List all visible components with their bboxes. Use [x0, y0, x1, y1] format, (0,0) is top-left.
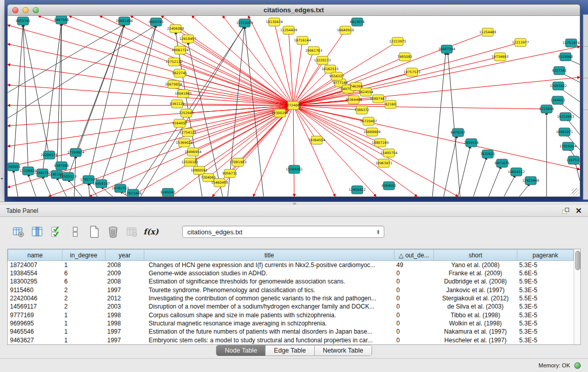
- table-row[interactable]: 1456911722003Disruption of a novel membe…: [8, 302, 574, 311]
- graph-edge[interactable]: [8, 44, 293, 105]
- graph-edge[interactable]: [57, 23, 61, 174]
- new-table-button[interactable]: [86, 223, 102, 240]
- tab-edge-table[interactable]: Edge Table: [266, 345, 314, 356]
- graph-edge[interactable]: [42, 23, 61, 173]
- cell-in_degree[interactable]: 2: [62, 302, 105, 311]
- graph-edge[interactable]: [8, 105, 293, 146]
- column-header-pagerank[interactable]: pagerank: [517, 250, 574, 261]
- graph-edge[interactable]: [473, 157, 487, 196]
- cell-out_degree[interactable]: 0: [395, 269, 434, 277]
- cell-pagerank[interactable]: 5.5E-5: [517, 294, 574, 302]
- cell-year[interactable]: 2012: [105, 294, 144, 302]
- column-header-short[interactable]: short: [434, 250, 517, 261]
- cell-pagerank[interactable]: 5.9E-5: [517, 277, 574, 286]
- cell-in_degree[interactable]: 1: [62, 327, 105, 336]
- cell-in_degree[interactable]: 1: [62, 311, 105, 319]
- cell-short[interactable]: Franke et al. (2009): [434, 269, 517, 277]
- graph-edge[interactable]: [101, 187, 113, 196]
- graph-edge[interactable]: [42, 176, 51, 196]
- window-titlebar[interactable]: citations_edges.txt: [8, 5, 580, 16]
- cell-title[interactable]: Disruption of a novel member of a sodium…: [144, 302, 395, 311]
- graph-edge[interactable]: [8, 25, 156, 118]
- graph-edge[interactable]: [504, 175, 515, 196]
- cell-pagerank[interactable]: 5.3E-5: [517, 261, 574, 269]
- column-header-name[interactable]: name: [8, 250, 62, 261]
- cell-name[interactable]: 19384554: [8, 269, 62, 277]
- cell-short[interactable]: Jankovic et al. (1997): [434, 286, 517, 294]
- table-row[interactable]: 2242004622012Investigating the contribut…: [8, 294, 574, 302]
- cell-in_degree[interactable]: 6: [62, 269, 105, 277]
- cell-out_degree[interactable]: 0: [395, 327, 434, 336]
- function-builder-button[interactable]: f(x): [143, 223, 159, 240]
- cell-in_degree[interactable]: 1: [62, 336, 105, 344]
- cell-pagerank[interactable]: 5.6E-5: [517, 269, 574, 277]
- graph-edge[interactable]: [448, 52, 460, 196]
- graph-edge[interactable]: [293, 105, 580, 169]
- graph-edge[interactable]: [489, 166, 501, 196]
- cell-title[interactable]: Embryonic stem cells: a model to study s…: [144, 336, 395, 344]
- cell-out_degree[interactable]: 0: [395, 311, 434, 319]
- cell-year[interactable]: 1998: [105, 319, 144, 327]
- cell-in_degree[interactable]: 6: [62, 277, 105, 286]
- cell-year[interactable]: 2008: [105, 277, 144, 286]
- graph-edge[interactable]: [130, 16, 293, 105]
- cell-pagerank[interactable]: 5.3E-5: [517, 327, 574, 336]
- window-resize-grip[interactable]: [572, 188, 579, 195]
- tab-node-table[interactable]: Node Table: [216, 345, 266, 356]
- cell-pagerank[interactable]: 5.3E-5: [517, 286, 574, 294]
- table-row[interactable]: 1830029562008Estimation of significance …: [8, 277, 574, 286]
- cell-short[interactable]: Yano et al. (2008): [434, 261, 517, 269]
- cell-in_degree[interactable]: 1: [62, 261, 105, 269]
- cell-title[interactable]: Estimation of significance thresholds fo…: [144, 277, 395, 286]
- graph-edge[interactable]: [13, 170, 18, 196]
- cell-title[interactable]: Tourette syndrome. Phenomenology and cla…: [144, 286, 395, 294]
- clear-row-selection-button[interactable]: [67, 223, 83, 240]
- table-selector-dropdown[interactable]: citations_edges.txt ▲▼: [182, 226, 384, 238]
- cell-year[interactable]: 1997: [105, 286, 144, 294]
- minimize-button[interactable]: [23, 7, 29, 13]
- graph-edge[interactable]: [293, 104, 390, 105]
- cell-year[interactable]: 2009: [105, 269, 144, 277]
- cell-out_degree[interactable]: 0: [395, 319, 434, 327]
- column-header-title[interactable]: title: [144, 250, 395, 261]
- graph-edge[interactable]: [519, 184, 530, 196]
- select-columns-button[interactable]: [29, 223, 46, 240]
- cell-short[interactable]: Nakamura et al. (1997): [434, 327, 517, 336]
- cell-out_degree[interactable]: 0: [395, 277, 434, 286]
- graph-edge[interactable]: [8, 85, 293, 105]
- graph-edge[interactable]: [89, 183, 90, 196]
- cell-short[interactable]: Stergiakouli et al. (2012): [434, 294, 517, 302]
- graph-edge[interactable]: [101, 25, 156, 184]
- scrollbar-thumb[interactable]: [575, 251, 580, 270]
- graph-edge[interactable]: [100, 16, 293, 105]
- cell-out_degree[interactable]: 0: [395, 294, 434, 302]
- table-row[interactable]: 1938455462009Genome-wide association stu…: [8, 269, 574, 277]
- close-button[interactable]: [12, 7, 18, 13]
- graph-edge[interactable]: [120, 25, 156, 188]
- graph-edge[interactable]: [180, 73, 293, 105]
- graph-edge[interactable]: [28, 174, 36, 196]
- network-canvas[interactable]: 2240608812618457200617241275213296227452…: [8, 16, 580, 196]
- column-header-out_degree[interactable]: △ out_de...: [395, 250, 434, 261]
- cell-in_degree[interactable]: 2: [62, 294, 105, 302]
- cell-name[interactable]: 9465546: [8, 327, 62, 336]
- cell-short[interactable]: Dudbridge et al. (2008): [434, 277, 517, 286]
- cell-name[interactable]: 9777169: [8, 311, 62, 319]
- table-row[interactable]: 977716911998Corpus callosum shape and si…: [8, 311, 574, 319]
- graph-edge[interactable]: [293, 105, 294, 196]
- graph-edge[interactable]: [89, 24, 124, 180]
- cell-name[interactable]: 22420046: [8, 294, 62, 302]
- graph-edge[interactable]: [245, 26, 264, 196]
- cell-short[interactable]: Hescheler et al. (1997): [434, 336, 517, 344]
- graph-edge[interactable]: [444, 136, 457, 196]
- cell-year[interactable]: 2008: [105, 261, 144, 269]
- cell-year[interactable]: 1997: [105, 336, 144, 344]
- cell-pagerank[interactable]: 5.3E-5: [517, 319, 574, 327]
- cell-pagerank[interactable]: 5.3E-5: [517, 302, 574, 311]
- select-all-rows-button[interactable]: [48, 223, 64, 240]
- cell-out_degree[interactable]: 0: [395, 286, 434, 294]
- table-row[interactable]: 911546021997Tourette syndrome. Phenomeno…: [8, 286, 574, 294]
- panel-collapse-arrow-icon[interactable]: ◂: [1, 176, 3, 181]
- cell-title[interactable]: Changes of HCN gene expression and I(f) …: [144, 261, 395, 269]
- import-table-button[interactable]: [124, 223, 140, 240]
